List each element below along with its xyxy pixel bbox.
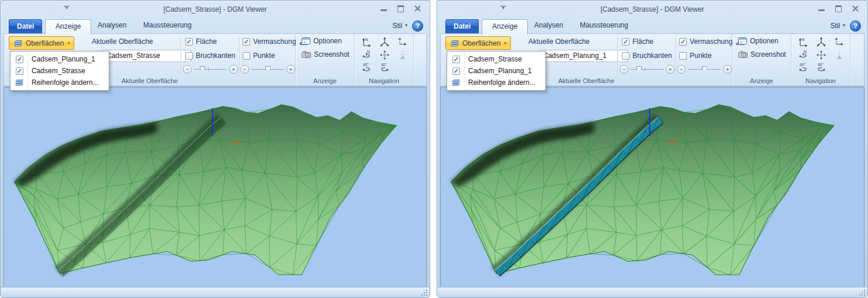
restore-button[interactable]	[397, 5, 404, 12]
tab-datei[interactable]: Datei	[445, 19, 479, 33]
surfaces-dropdown-menu: ✓Cadsem_Strasse ✓Cadsem_Planung_1 Reihen…	[447, 51, 546, 91]
plan-view-axes-icon[interactable]	[397, 36, 409, 47]
options-dialog-icon	[302, 37, 310, 44]
close-button[interactable]	[414, 5, 421, 12]
stil-menu[interactable]: Stil▼	[830, 18, 846, 33]
tab-maussteuerung[interactable]: Maussteuerung	[576, 18, 632, 33]
terrain-3d-viewport[interactable]	[440, 87, 864, 287]
slider-plus-button[interactable]: +	[229, 65, 238, 74]
rotate-90-left-icon[interactable]: 90°	[797, 62, 809, 73]
slider-minus-button[interactable]: −	[240, 65, 249, 74]
camera-icon	[738, 51, 748, 58]
checkbox-flaeche[interactable]: ✓Fläche	[622, 37, 653, 46]
help-button[interactable]: ?	[412, 20, 423, 32]
rotate-north-icon[interactable]: N	[361, 49, 372, 60]
tab-maussteuerung[interactable]: Maussteuerung	[140, 18, 195, 33]
menu-item-surface[interactable]: ✓Cadsem_Planung_1	[11, 53, 109, 65]
optionen-button[interactable]: Optionen	[302, 37, 342, 45]
dgm-viewer-window-left: ▾ [Cadsem_Strasse] - DGM Viewer Datei An…	[0, 0, 430, 298]
tab-anzeige[interactable]: Anzeige	[482, 19, 528, 35]
checkbox-bruchkanten[interactable]: Bruchkanten	[185, 52, 235, 60]
slider-thumb[interactable]	[702, 66, 707, 73]
svg-text:N: N	[367, 49, 370, 53]
minimize-button[interactable]	[818, 5, 825, 12]
surfaces-dropdown-button[interactable]: Oberflächen ▾	[445, 36, 511, 50]
checkbox-punkte[interactable]: Punkte	[679, 52, 711, 60]
tab-analysen[interactable]: Analysen	[94, 18, 130, 33]
checkbox-bruchkanten[interactable]: Bruchkanten	[622, 52, 672, 60]
close-button[interactable]	[852, 5, 859, 12]
checkbox-punkte[interactable]: Punkte	[243, 52, 275, 60]
camera-icon	[302, 51, 311, 58]
slider-thumb[interactable]	[265, 66, 271, 73]
tab-datei[interactable]: Datei	[9, 19, 42, 33]
slider-minus-button[interactable]: −	[677, 65, 686, 74]
view-north-axes-icon[interactable]: N	[797, 36, 809, 47]
isometric-axes-icon[interactable]	[379, 36, 390, 47]
group-navigation: N N 90° 90° Navigation	[355, 34, 414, 85]
svg-text:90°: 90°	[381, 63, 387, 67]
group-label-anzeige: Anzeige	[296, 77, 354, 84]
resize-grip[interactable]	[859, 290, 865, 296]
slider-minus-button[interactable]: −	[620, 65, 628, 74]
isometric-axes-icon[interactable]	[815, 36, 827, 47]
pan-view-icon[interactable]	[815, 49, 827, 60]
help-button[interactable]: ?	[850, 20, 861, 32]
current-surface-combobox[interactable]: Cadsem_Strasse ▾	[102, 50, 191, 62]
slider-thumb[interactable]	[637, 66, 642, 73]
menu-item-surface[interactable]: ✓Cadsem_Strasse	[11, 65, 109, 77]
rotate-90-left-icon[interactable]: 90°	[361, 62, 372, 73]
flaeche-size-slider[interactable]: − +	[183, 64, 238, 74]
flaeche-size-slider[interactable]: − +	[620, 64, 675, 74]
quick-access-chevron-icon[interactable]: ▾	[500, 6, 506, 12]
screenshot-button[interactable]: Screenshot	[302, 50, 350, 59]
screenshot-button[interactable]: Screenshot	[738, 50, 786, 59]
current-surface-combobox[interactable]: Cadsem_Planung_1 ▾	[539, 50, 628, 62]
group-label-anzeige: Anzeige	[732, 77, 791, 84]
menu-item-surface[interactable]: ✓Cadsem_Planung_1	[447, 65, 545, 77]
plan-view-axes-icon[interactable]	[834, 36, 845, 47]
rotate-90-right-icon[interactable]: 90°	[379, 62, 390, 73]
restore-button[interactable]	[835, 5, 842, 12]
options-dialog-icon	[738, 37, 747, 44]
tab-analysen[interactable]: Analysen	[531, 18, 566, 33]
menu-item-reorder[interactable]: Reihenfolge ändern...	[11, 77, 109, 88]
minimize-button[interactable]	[380, 5, 388, 12]
surfaces-dropdown-button[interactable]: Oberflächen ▾	[9, 36, 74, 50]
separator	[181, 37, 181, 74]
group-navigation: N N 90° 90° Navigation	[791, 34, 850, 85]
tab-anzeige[interactable]: Anzeige	[45, 19, 91, 35]
group-label-navigation: Navigation	[791, 77, 850, 84]
chevron-down-icon: ▾	[504, 40, 506, 46]
group-anzeige: Optionen Screenshot Anzeige	[732, 34, 791, 85]
checkbox-flaeche[interactable]: ✓Fläche	[185, 37, 217, 46]
chevron-down-icon: ▾	[67, 40, 70, 46]
resize-grip[interactable]	[421, 290, 427, 296]
punkte-size-slider[interactable]: − +	[677, 64, 732, 74]
optionen-button[interactable]: Optionen	[738, 37, 779, 45]
view-north-axes-icon[interactable]: N	[361, 36, 372, 47]
separator	[617, 37, 618, 74]
rotate-90-right-icon[interactable]: 90°	[815, 62, 827, 73]
status-bar	[437, 287, 867, 297]
slider-minus-button[interactable]: −	[183, 65, 192, 74]
pan-view-icon[interactable]	[379, 49, 390, 60]
slider-plus-button[interactable]: +	[286, 65, 295, 74]
stil-menu[interactable]: Stil▼	[392, 18, 409, 33]
svg-text:90°: 90°	[800, 63, 805, 67]
menu-item-reorder[interactable]: Reihenfolge ändern...	[447, 77, 545, 88]
slider-thumb[interactable]	[200, 66, 205, 73]
slider-plus-button[interactable]: +	[723, 65, 732, 74]
quick-access-chevron-icon[interactable]: ▾	[64, 6, 70, 12]
slider-plus-button[interactable]: +	[666, 65, 675, 74]
title-bar[interactable]: ▾ [Cadsem_Strasse] - DGM Viewer	[437, 1, 867, 18]
punkte-size-slider[interactable]: − +	[240, 64, 295, 74]
menu-item-surface[interactable]: ✓Cadsem_Strasse	[447, 53, 545, 65]
rotate-north-icon[interactable]: N	[797, 49, 809, 60]
ribbon-tab-row: Datei Anzeige Analysen Maussteuerung Sti…	[1, 18, 430, 33]
ribbon-tab-row: Datei Anzeige Analysen Maussteuerung Sti…	[437, 18, 867, 33]
title-bar[interactable]: ▾ [Cadsem_Strasse] - DGM Viewer	[1, 1, 430, 18]
layers-icon	[450, 40, 459, 47]
svg-text:N: N	[804, 49, 807, 53]
terrain-3d-viewport[interactable]	[4, 87, 427, 287]
